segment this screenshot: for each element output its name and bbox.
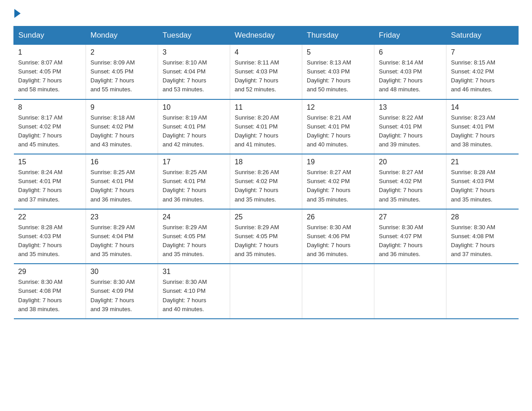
calendar-table: SundayMondayTuesdayWednesdayThursdayFrid… [13,26,519,319]
calendar-day-cell: 7Sunrise: 8:15 AM Sunset: 4:02 PM Daylig… [446,45,519,99]
weekday-header-sunday: Sunday [14,26,86,45]
day-sun-info: Sunrise: 8:25 AM Sunset: 4:01 PM Dayligh… [163,169,207,202]
calendar-day-cell: 3Sunrise: 8:10 AM Sunset: 4:04 PM Daylig… [158,45,230,99]
calendar-day-cell: 19Sunrise: 8:27 AM Sunset: 4:02 PM Dayli… [302,154,374,209]
calendar-week-row: 22Sunrise: 8:28 AM Sunset: 4:03 PM Dayli… [14,209,519,264]
calendar-day-cell: 1Sunrise: 8:07 AM Sunset: 4:05 PM Daylig… [14,45,86,99]
day-sun-info: Sunrise: 8:28 AM Sunset: 4:03 PM Dayligh… [18,224,63,257]
calendar-day-cell: 24Sunrise: 8:29 AM Sunset: 4:05 PM Dayli… [158,209,230,264]
day-sun-info: Sunrise: 8:20 AM Sunset: 4:01 PM Dayligh… [235,114,279,148]
calendar-day-cell [302,264,374,319]
calendar-day-cell: 28Sunrise: 8:30 AM Sunset: 4:08 PM Dayli… [446,209,519,264]
day-number: 19 [307,158,369,166]
calendar-day-cell: 16Sunrise: 8:25 AM Sunset: 4:01 PM Dayli… [86,154,158,209]
day-number: 21 [451,158,514,166]
day-sun-info: Sunrise: 8:27 AM Sunset: 4:02 PM Dayligh… [307,169,351,202]
day-number: 10 [163,103,225,111]
day-sun-info: Sunrise: 8:17 AM Sunset: 4:02 PM Dayligh… [18,114,63,148]
day-number: 22 [18,213,82,221]
calendar-day-cell: 23Sunrise: 8:29 AM Sunset: 4:04 PM Dayli… [86,209,158,264]
day-sun-info: Sunrise: 8:14 AM Sunset: 4:03 PM Dayligh… [379,59,423,93]
day-sun-info: Sunrise: 8:30 AM Sunset: 4:08 PM Dayligh… [18,278,63,312]
calendar-day-cell: 6Sunrise: 8:14 AM Sunset: 4:03 PM Daylig… [374,45,446,99]
day-number: 26 [307,213,369,221]
weekday-header-tuesday: Tuesday [158,26,230,45]
day-sun-info: Sunrise: 8:23 AM Sunset: 4:01 PM Dayligh… [451,114,495,148]
calendar-day-cell: 27Sunrise: 8:30 AM Sunset: 4:07 PM Dayli… [374,209,446,264]
calendar-day-cell: 12Sunrise: 8:21 AM Sunset: 4:01 PM Dayli… [302,99,374,154]
day-sun-info: Sunrise: 8:19 AM Sunset: 4:01 PM Dayligh… [163,114,207,148]
day-number: 9 [90,103,153,111]
calendar-day-cell: 4Sunrise: 8:11 AM Sunset: 4:03 PM Daylig… [230,45,302,99]
day-number: 13 [379,103,442,111]
day-sun-info: Sunrise: 8:30 AM Sunset: 4:09 PM Dayligh… [90,278,135,312]
logo [13,9,21,17]
calendar-week-row: 8Sunrise: 8:17 AM Sunset: 4:02 PM Daylig… [14,99,519,154]
day-number: 23 [90,213,153,221]
day-number: 4 [235,48,297,56]
calendar-day-cell: 25Sunrise: 8:29 AM Sunset: 4:05 PM Dayli… [230,209,302,264]
calendar-day-cell: 13Sunrise: 8:22 AM Sunset: 4:01 PM Dayli… [374,99,446,154]
calendar-day-cell [230,264,302,319]
day-sun-info: Sunrise: 8:26 AM Sunset: 4:02 PM Dayligh… [235,169,279,202]
day-number: 28 [451,213,514,221]
day-number: 12 [307,103,369,111]
day-sun-info: Sunrise: 8:30 AM Sunset: 4:07 PM Dayligh… [379,224,423,257]
page-header [13,9,519,17]
day-number: 14 [451,103,514,111]
day-number: 27 [379,213,442,221]
calendar-day-cell: 21Sunrise: 8:28 AM Sunset: 4:03 PM Dayli… [446,154,519,209]
day-number: 30 [90,268,153,276]
day-sun-info: Sunrise: 8:30 AM Sunset: 4:08 PM Dayligh… [451,224,495,257]
calendar-body: 1Sunrise: 8:07 AM Sunset: 4:05 PM Daylig… [14,45,519,319]
day-number: 6 [379,48,442,56]
day-number: 1 [18,48,82,56]
day-sun-info: Sunrise: 8:29 AM Sunset: 4:04 PM Dayligh… [90,224,135,257]
day-sun-info: Sunrise: 8:22 AM Sunset: 4:01 PM Dayligh… [379,114,423,148]
weekday-header-friday: Friday [374,26,446,45]
calendar-day-cell: 22Sunrise: 8:28 AM Sunset: 4:03 PM Dayli… [14,209,86,264]
day-number: 5 [307,48,369,56]
day-sun-info: Sunrise: 8:27 AM Sunset: 4:02 PM Dayligh… [379,169,423,202]
day-number: 25 [235,213,297,221]
calendar-day-cell: 18Sunrise: 8:26 AM Sunset: 4:02 PM Dayli… [230,154,302,209]
calendar-week-row: 15Sunrise: 8:24 AM Sunset: 4:01 PM Dayli… [14,154,519,209]
day-sun-info: Sunrise: 8:29 AM Sunset: 4:05 PM Dayligh… [235,224,279,257]
calendar-day-cell: 20Sunrise: 8:27 AM Sunset: 4:02 PM Dayli… [374,154,446,209]
calendar-day-cell: 31Sunrise: 8:30 AM Sunset: 4:10 PM Dayli… [158,264,230,319]
day-number: 20 [379,158,442,166]
day-sun-info: Sunrise: 8:15 AM Sunset: 4:02 PM Dayligh… [451,59,495,93]
day-number: 17 [163,158,225,166]
day-sun-info: Sunrise: 8:25 AM Sunset: 4:01 PM Dayligh… [90,169,135,202]
day-sun-info: Sunrise: 8:30 AM Sunset: 4:06 PM Dayligh… [307,224,351,257]
weekday-header-thursday: Thursday [302,26,374,45]
day-sun-info: Sunrise: 8:10 AM Sunset: 4:04 PM Dayligh… [163,59,207,93]
logo-arrow-icon [14,9,21,18]
day-number: 11 [235,103,297,111]
calendar-week-row: 1Sunrise: 8:07 AM Sunset: 4:05 PM Daylig… [14,45,519,99]
calendar-day-cell [374,264,446,319]
calendar-day-cell: 17Sunrise: 8:25 AM Sunset: 4:01 PM Dayli… [158,154,230,209]
day-number: 15 [18,158,82,166]
day-number: 29 [18,268,82,276]
calendar-day-cell: 8Sunrise: 8:17 AM Sunset: 4:02 PM Daylig… [14,99,86,154]
calendar-day-cell: 10Sunrise: 8:19 AM Sunset: 4:01 PM Dayli… [158,99,230,154]
day-number: 2 [90,48,153,56]
weekday-header-saturday: Saturday [446,26,519,45]
weekday-header-monday: Monday [86,26,158,45]
calendar-day-cell: 9Sunrise: 8:18 AM Sunset: 4:02 PM Daylig… [86,99,158,154]
calendar-day-cell: 30Sunrise: 8:30 AM Sunset: 4:09 PM Dayli… [86,264,158,319]
calendar-day-cell: 2Sunrise: 8:09 AM Sunset: 4:05 PM Daylig… [86,45,158,99]
day-sun-info: Sunrise: 8:07 AM Sunset: 4:05 PM Dayligh… [18,59,63,93]
day-number: 24 [163,213,225,221]
day-number: 16 [90,158,153,166]
day-sun-info: Sunrise: 8:24 AM Sunset: 4:01 PM Dayligh… [18,169,63,202]
day-number: 7 [451,48,514,56]
calendar-header: SundayMondayTuesdayWednesdayThursdayFrid… [14,26,519,45]
calendar-day-cell: 29Sunrise: 8:30 AM Sunset: 4:08 PM Dayli… [14,264,86,319]
day-sun-info: Sunrise: 8:11 AM Sunset: 4:03 PM Dayligh… [235,59,279,93]
calendar-day-cell: 15Sunrise: 8:24 AM Sunset: 4:01 PM Dayli… [14,154,86,209]
calendar-day-cell: 26Sunrise: 8:30 AM Sunset: 4:06 PM Dayli… [302,209,374,264]
day-sun-info: Sunrise: 8:13 AM Sunset: 4:03 PM Dayligh… [307,59,351,93]
day-number: 3 [163,48,225,56]
